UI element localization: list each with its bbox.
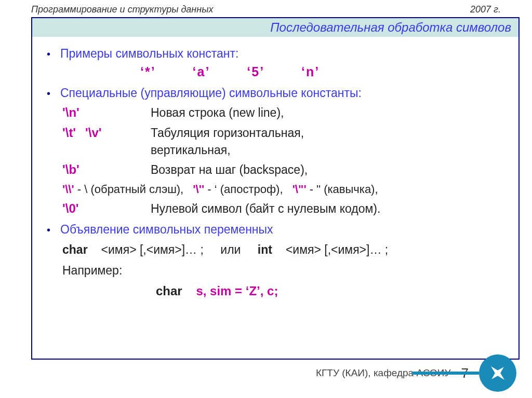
heading-declaration: Объявление символьных переменных: [60, 221, 273, 238]
heading-examples: Примеры символьных констант:: [60, 45, 238, 62]
escape-quote-row: '\\' - \ (обратный слэш), '\'' - ‘ (апос…: [62, 181, 508, 198]
slide-title: Последовательная обработка символов: [32, 18, 518, 37]
escape-apostrophe-code: '\'': [193, 183, 204, 196]
escape-tab-codes: '\t''\v': [62, 124, 151, 142]
declaration-syntax: char<имя> [,<имя>]… ; или int<имя> [,<им…: [62, 241, 508, 258]
escape-newline-code: '\n': [62, 104, 151, 122]
escape-null-desc: Нулевой символ (байт с нулевым кодом).: [151, 200, 380, 217]
bullet-icon: •: [47, 86, 60, 101]
escape-tab-desc1: Табуляция горизонтальная,: [151, 125, 304, 142]
escape-dquote-desc: - " (кавычка),: [310, 183, 378, 196]
bullet-icon: •: [47, 47, 60, 62]
escape-backspace-code: '\b': [62, 161, 151, 179]
const-n: ‘n’: [301, 64, 320, 79]
escape-tab-desc2: вертикальная,: [151, 142, 304, 159]
course-title: Программирование и структуры данных: [31, 4, 213, 15]
escape-backslash-desc: - \ (обратный слэш),: [77, 183, 183, 196]
airplane-logo-icon: [479, 354, 516, 392]
year: 2007 г.: [470, 4, 501, 15]
bullet-icon: •: [47, 223, 60, 238]
slide-frame: Последовательная обработка символов • Пр…: [31, 17, 520, 360]
escape-apostrophe-desc: - ‘ (апостроф),: [207, 183, 283, 196]
example-label: Например:: [62, 262, 508, 279]
const-star: ‘*’: [140, 64, 156, 79]
const-a: ‘a’: [193, 64, 210, 79]
escape-newline-desc: Новая строка (new line),: [151, 104, 284, 121]
char-constant-examples: ‘*’ ‘a’ ‘5’ ‘n’: [140, 62, 508, 81]
escape-null-code: '\0': [62, 200, 151, 218]
declaration-example: char s, sim = ‘Z’, c;: [156, 282, 508, 300]
escape-backspace-desc: Возврат на шаг (backspace),: [151, 161, 308, 179]
escape-dquote-code: '\"': [292, 183, 307, 196]
const-5: ‘5’: [247, 64, 264, 79]
escape-backslash-code: '\\': [62, 183, 74, 196]
heading-escape: Специальные (управляющие) символьные кон…: [60, 85, 362, 102]
